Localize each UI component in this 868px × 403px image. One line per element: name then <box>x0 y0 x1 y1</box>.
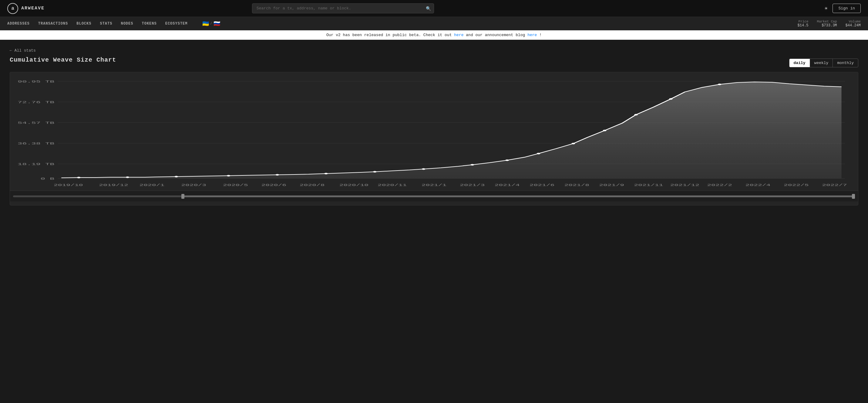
svg-text:2020/10: 2020/10 <box>339 183 369 187</box>
nav-transactions[interactable]: TRANSACTIONS <box>38 22 68 26</box>
nav-nodes[interactable]: NODES <box>121 22 133 26</box>
svg-text:2020/6: 2020/6 <box>261 183 286 187</box>
flag-russia: 🇷🇺 <box>214 20 220 27</box>
svg-text:2021/4: 2021/4 <box>495 183 520 187</box>
svg-point-14 <box>175 176 178 177</box>
svg-text:2021/6: 2021/6 <box>530 183 555 187</box>
svg-text:2022/7: 2022/7 <box>822 183 847 187</box>
flag-group: 🇺🇦 / 🇷🇺 <box>202 20 220 27</box>
svg-point-24 <box>603 130 606 132</box>
svg-text:0 B: 0 B <box>41 177 54 180</box>
search-button[interactable]: 🔍 <box>426 6 431 11</box>
svg-point-26 <box>669 98 672 100</box>
svg-text:18.19 TB: 18.19 TB <box>18 162 54 166</box>
svg-point-27 <box>718 84 721 85</box>
announcement-text-after: ! <box>539 33 542 37</box>
search-input[interactable] <box>252 3 434 13</box>
scrollbar-thumb-right[interactable] <box>852 194 855 199</box>
signin-button[interactable]: Sign in <box>833 4 861 13</box>
svg-text:2019/10: 2019/10 <box>54 183 83 187</box>
svg-text:2021/8: 2021/8 <box>564 183 589 187</box>
price-label: Price <box>798 20 809 23</box>
svg-text:2020/5: 2020/5 <box>223 183 248 187</box>
logo-area: a ARWEAVE <box>7 3 44 14</box>
svg-text:2020/11: 2020/11 <box>378 183 407 187</box>
nav-stats[interactable]: STATS <box>100 22 112 26</box>
nav-ecosystem[interactable]: ECOSYSTEM <box>165 22 188 26</box>
price-item: Price $14.5 <box>798 20 809 28</box>
theme-toggle-icon[interactable]: ☀ <box>825 5 828 12</box>
svg-text:90.95 TB: 90.95 TB <box>18 80 54 83</box>
volume-label: Volume <box>845 20 861 23</box>
nav-blocks[interactable]: BLOCKS <box>76 22 91 26</box>
header-right: ☀ Sign in <box>825 4 861 13</box>
svg-text:2021/3: 2021/3 <box>460 183 485 187</box>
svg-point-16 <box>276 174 279 176</box>
chart-header: Cumulative Weave Size Chart daily weekly… <box>10 56 858 69</box>
svg-text:2022/2: 2022/2 <box>707 183 732 187</box>
svg-point-12 <box>77 177 81 178</box>
svg-point-21 <box>505 160 508 161</box>
scrollbar-thumb-left[interactable] <box>181 194 184 199</box>
announcement-link-1[interactable]: here <box>454 33 463 37</box>
header: a ARWEAVE 🔍 ☀ Sign in <box>0 0 868 17</box>
svg-text:2022/4: 2022/4 <box>745 183 771 187</box>
svg-text:2022/5: 2022/5 <box>784 183 809 187</box>
svg-text:2021/1: 2021/1 <box>422 183 447 187</box>
svg-text:54.57 TB: 54.57 TB <box>18 121 54 125</box>
svg-text:2021/9: 2021/9 <box>599 183 624 187</box>
nav-links: ADDRESSES TRANSACTIONS BLOCKS STATS NODE… <box>7 20 798 27</box>
flag-ukraine: 🇺🇦 <box>202 20 209 27</box>
nav-tokens[interactable]: TOKENS <box>142 22 156 26</box>
announcement-text-before: Our v2 has been released in public beta.… <box>326 33 454 37</box>
svg-point-13 <box>126 177 129 178</box>
svg-point-23 <box>572 143 575 144</box>
search-area: 🔍 <box>252 3 434 13</box>
svg-text:36.38 TB: 36.38 TB <box>18 142 54 145</box>
period-weekly-button[interactable]: weekly <box>810 59 833 67</box>
marketcap-label: Market Cap <box>817 20 837 23</box>
logo-text: ARWEAVE <box>21 6 44 11</box>
svg-point-25 <box>634 114 638 116</box>
page-title: Cumulative Weave Size Chart <box>10 56 116 63</box>
svg-text:2020/3: 2020/3 <box>181 183 206 187</box>
svg-text:2021/12: 2021/12 <box>670 183 700 187</box>
scrollbar-track <box>13 196 855 197</box>
marketcap-value: $733.3M <box>817 23 837 28</box>
marketcap-item: Market Cap $733.3M <box>817 20 837 28</box>
svg-point-17 <box>324 173 328 174</box>
svg-text:72.76 TB: 72.76 TB <box>18 100 54 104</box>
chart-container: 90.95 TB 72.76 TB 54.57 TB 36.38 TB 18.1… <box>10 72 858 205</box>
svg-text:2019/12: 2019/12 <box>99 183 128 187</box>
volume-item: Volume $44.24M <box>845 20 861 28</box>
svg-text:2020/1: 2020/1 <box>140 183 165 187</box>
announcement-banner: Our v2 has been released in public beta.… <box>0 30 868 40</box>
announcement-link-2[interactable]: here <box>527 33 537 37</box>
chart-svg: 90.95 TB 72.76 TB 54.57 TB 36.38 TB 18.1… <box>16 78 852 191</box>
svg-text:2020/8: 2020/8 <box>300 183 325 187</box>
price-value: $14.5 <box>798 23 809 28</box>
volume-value: $44.24M <box>845 23 861 28</box>
svg-text:2021/11: 2021/11 <box>634 183 663 187</box>
svg-point-18 <box>373 171 376 173</box>
period-buttons: daily weekly monthly <box>789 59 858 67</box>
svg-point-15 <box>227 175 230 177</box>
scrollbar-fill <box>181 196 855 197</box>
back-link[interactable]: ← All stats <box>10 48 36 53</box>
announcement-text-middle: and our announcement blog <box>466 33 527 37</box>
svg-point-20 <box>471 164 474 166</box>
svg-point-19 <box>422 168 425 170</box>
svg-point-22 <box>537 153 540 154</box>
chart-scrollbar[interactable] <box>10 191 858 202</box>
market-info: Price $14.5 Market Cap $733.3M Volume $4… <box>798 20 861 28</box>
logo-icon: a <box>7 3 18 14</box>
main-content: ← All stats Cumulative Weave Size Chart … <box>0 40 868 214</box>
period-monthly-button[interactable]: monthly <box>833 59 858 67</box>
nav-bar: ADDRESSES TRANSACTIONS BLOCKS STATS NODE… <box>0 17 868 30</box>
period-daily-button[interactable]: daily <box>789 59 810 67</box>
flag-separator: / <box>210 21 213 26</box>
nav-addresses[interactable]: ADDRESSES <box>7 22 30 26</box>
